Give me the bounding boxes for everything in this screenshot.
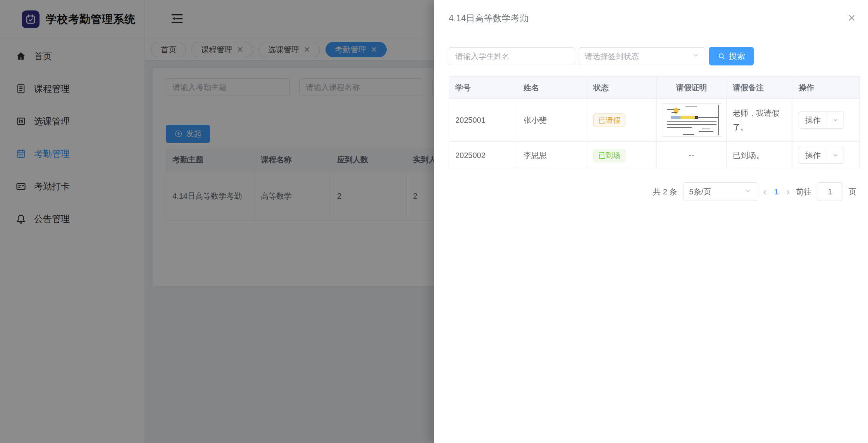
cell-leave-proof bbox=[657, 99, 727, 142]
status-badge-on-leave: 已请假 bbox=[593, 113, 625, 127]
page-size-select[interactable]: 5条/页 bbox=[684, 182, 757, 201]
chevron-down-icon[interactable] bbox=[827, 147, 844, 163]
page-size-value: 5条/页 bbox=[689, 187, 711, 197]
cell-status: 已请假 bbox=[587, 99, 657, 142]
drawer-body: 请选择签到状态 搜索 学号 姓名 状态 请假证明 请假备注 操作 bbox=[434, 47, 868, 201]
pagination: 共 2 条 5条/页 ‹ 1 › 前往 页 bbox=[449, 182, 856, 201]
col-leave-remark: 请假备注 bbox=[727, 77, 792, 99]
page-number-1[interactable]: 1 bbox=[773, 187, 780, 196]
select-placeholder: 请选择签到状态 bbox=[585, 51, 639, 62]
student-attendance-table: 学号 姓名 状态 请假证明 请假备注 操作 2025001 张小斐 已请假 bbox=[449, 76, 860, 169]
search-icon bbox=[718, 52, 725, 60]
cell-leave-remark: 已到场。 bbox=[727, 142, 792, 169]
attendance-detail-drawer: 4.14日高等数学考勤 请选择签到状态 搜索 学号 姓名 bbox=[434, 0, 868, 443]
drawer-table-header-row: 学号 姓名 状态 请假证明 请假备注 操作 bbox=[449, 77, 860, 99]
prev-page-button[interactable]: ‹ bbox=[763, 187, 767, 197]
table-row: 2025001 张小斐 已请假 老师，我请假了 bbox=[449, 99, 860, 142]
col-leave-proof: 请假证明 bbox=[657, 77, 727, 99]
pagination-total: 共 2 条 bbox=[653, 187, 677, 197]
drawer-header: 4.14日高等数学考勤 bbox=[434, 0, 868, 24]
cell-leave-remark: 老师，我请假了。 bbox=[727, 99, 792, 142]
action-button-label: 操作 bbox=[799, 112, 827, 128]
row-action-dropdown-button[interactable]: 操作 bbox=[799, 147, 844, 164]
status-badge-present: 已到场 bbox=[593, 149, 625, 162]
cell-status: 已到场 bbox=[587, 142, 657, 169]
drawer-title: 4.14日高等数学考勤 bbox=[449, 12, 529, 24]
cell-name: 张小斐 bbox=[517, 99, 587, 142]
col-name: 姓名 bbox=[517, 77, 587, 99]
search-button-label: 搜索 bbox=[729, 51, 745, 62]
drawer-search-row: 请选择签到状态 搜索 bbox=[449, 47, 856, 65]
action-button-label: 操作 bbox=[799, 147, 827, 163]
row-action-dropdown-button[interactable]: 操作 bbox=[799, 112, 844, 129]
checkin-status-select[interactable]: 请选择签到状态 bbox=[579, 47, 705, 65]
cell-actions: 操作 bbox=[792, 99, 860, 142]
table-row: 2025002 李思思 已到场 -- 已到场。 操作 bbox=[449, 142, 860, 169]
cell-leave-proof: -- bbox=[657, 142, 727, 169]
leave-proof-image[interactable] bbox=[663, 104, 722, 136]
cell-actions: 操作 bbox=[792, 142, 860, 169]
goto-label: 前往 bbox=[796, 187, 811, 197]
cell-name: 李思思 bbox=[517, 142, 587, 169]
chevron-down-icon[interactable] bbox=[827, 112, 844, 128]
page-unit-label: 页 bbox=[849, 187, 856, 197]
next-page-button[interactable]: › bbox=[786, 187, 790, 197]
close-icon[interactable] bbox=[847, 13, 856, 24]
goto-page-input[interactable] bbox=[818, 182, 842, 201]
col-status: 状态 bbox=[587, 77, 657, 99]
chevron-down-icon bbox=[692, 52, 699, 61]
col-student-id: 学号 bbox=[449, 77, 517, 99]
chevron-down-icon bbox=[744, 187, 751, 196]
cell-student-id: 2025001 bbox=[449, 99, 517, 142]
cell-student-id: 2025002 bbox=[449, 142, 517, 169]
search-button[interactable]: 搜索 bbox=[709, 47, 754, 65]
student-name-input[interactable] bbox=[449, 47, 575, 65]
col-actions: 操作 bbox=[792, 77, 860, 99]
